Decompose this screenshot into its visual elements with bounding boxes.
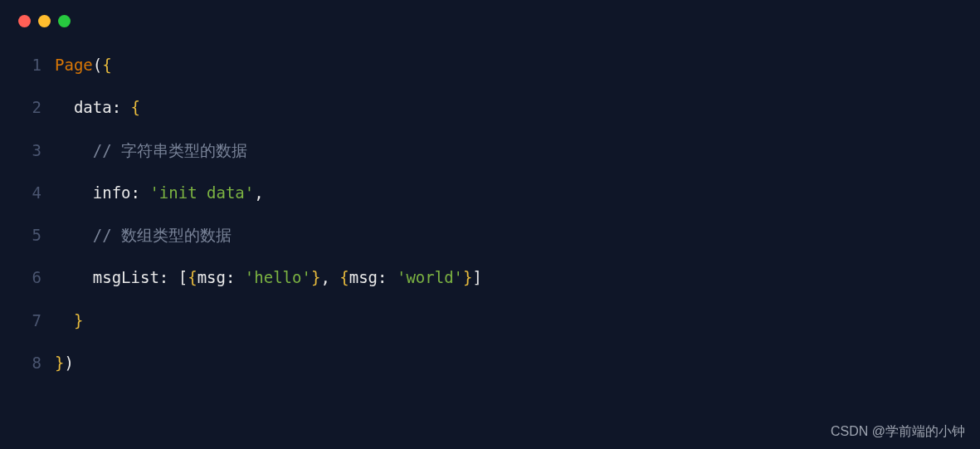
- code-token: :: [226, 268, 245, 286]
- line-number: 5: [18, 214, 41, 256]
- code-token: // 数组类型的数据: [93, 226, 232, 244]
- code-token: // 字符串类型的数据: [93, 141, 247, 159]
- code-token: ): [64, 354, 73, 372]
- code-token: [55, 268, 93, 286]
- line-content: data: {: [55, 86, 140, 129]
- code-token: }: [74, 311, 83, 329]
- maximize-icon[interactable]: [58, 15, 71, 27]
- code-line: 4 info: 'init data',: [18, 172, 962, 214]
- code-line: 8}): [18, 342, 962, 384]
- line-number: 4: [18, 172, 41, 214]
- code-token: msg: [197, 268, 226, 286]
- code-token: :: [131, 183, 150, 202]
- code-token: }: [311, 268, 320, 286]
- code-token: 'hello': [245, 268, 311, 286]
- code-token: Page: [55, 56, 93, 74]
- code-token: {: [339, 268, 349, 286]
- code-token: 'init data': [149, 183, 254, 202]
- code-token: {: [131, 98, 140, 116]
- code-token: }: [463, 268, 472, 286]
- code-token: {: [188, 268, 197, 286]
- code-token: msg: [349, 268, 378, 286]
- code-token: ]: [472, 268, 481, 286]
- code-token: 'world': [397, 268, 463, 286]
- code-token: }: [55, 354, 64, 372]
- code-line: 5 // 数组类型的数据: [18, 214, 962, 256]
- code-token: data: [74, 98, 112, 116]
- code-token: [55, 226, 93, 244]
- code-token: : [: [159, 268, 188, 286]
- line-number: 6: [18, 256, 41, 299]
- code-token: (: [93, 56, 102, 74]
- close-icon[interactable]: [18, 15, 31, 27]
- code-token: :: [112, 98, 131, 116]
- code-token: info: [93, 183, 131, 202]
- code-line: 7 }: [18, 300, 962, 342]
- code-token: [55, 183, 93, 202]
- line-number: 7: [18, 300, 41, 342]
- code-line: 3 // 字符串类型的数据: [18, 129, 962, 172]
- watermark-text: CSDN @学前端的小钟: [831, 423, 965, 441]
- code-editor: 1Page({2 data: {3 // 字符串类型的数据4 info: 'in…: [0, 36, 980, 399]
- code-token: :: [378, 268, 397, 286]
- line-content: // 字符串类型的数据: [55, 129, 247, 172]
- line-content: msgList: [{msg: 'hello'}, {msg: 'world'}…: [55, 256, 482, 299]
- code-token: [55, 141, 93, 159]
- code-token: [55, 311, 74, 329]
- code-line: 1Page({: [18, 44, 962, 86]
- line-number: 2: [18, 86, 41, 129]
- line-number: 1: [18, 44, 41, 86]
- line-number: 8: [18, 342, 41, 384]
- line-content: Page({: [55, 44, 112, 86]
- code-token: {: [102, 56, 111, 74]
- line-content: }): [55, 342, 74, 384]
- window-titlebar: [0, 0, 980, 36]
- line-content: // 数组类型的数据: [55, 214, 232, 256]
- line-content: info: 'init data',: [55, 172, 264, 214]
- code-token: ,: [320, 268, 339, 286]
- code-token: msgList: [93, 268, 159, 286]
- line-number: 3: [18, 129, 41, 172]
- code-token: ,: [254, 183, 263, 202]
- code-line: 6 msgList: [{msg: 'hello'}, {msg: 'world…: [18, 256, 962, 299]
- code-line: 2 data: {: [18, 86, 962, 129]
- minimize-icon[interactable]: [38, 15, 51, 27]
- code-token: [55, 98, 74, 116]
- line-content: }: [55, 300, 83, 342]
